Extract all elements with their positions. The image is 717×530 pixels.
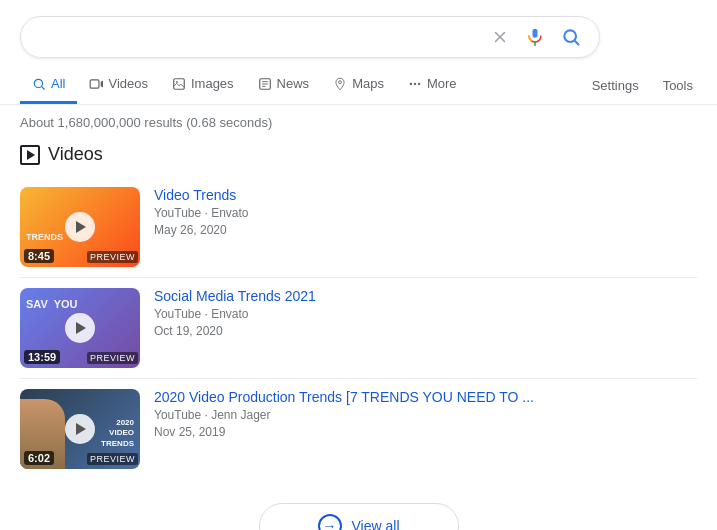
arrow-icon: → [318, 514, 342, 530]
image-tab-icon [172, 77, 186, 91]
svg-rect-6 [91, 79, 100, 87]
video-title-3[interactable]: 2020 Video Production Trends [7 TRENDS Y… [154, 389, 534, 405]
close-icon [491, 28, 509, 46]
video-source-3: YouTube · Jenn Jager [154, 408, 534, 422]
video-item: Trends 8:45 PREVIEW Video Trends YouTube… [20, 177, 697, 278]
tab-news[interactable]: News [246, 66, 322, 104]
video-item: 2020VIDEOTRENDS 6:02 PREVIEW 2020 Video … [20, 379, 697, 479]
thumb-label-3: 2020VIDEOTRENDS [101, 418, 134, 449]
tab-videos[interactable]: Videos [77, 66, 160, 104]
view-all-container: → View all [0, 487, 717, 530]
play-circle-icon [65, 212, 95, 242]
videos-section: Videos Trends 8:45 PREVIEW Video Trends … [0, 136, 717, 487]
tab-all[interactable]: All [20, 66, 77, 104]
voice-search-button[interactable] [523, 25, 547, 49]
results-summary: About 1,680,000,000 results (0.68 second… [0, 105, 717, 136]
map-tab-icon [333, 77, 347, 91]
tools-link[interactable]: Tools [659, 68, 697, 103]
news-tab-icon [258, 77, 272, 91]
videos-header: Videos [20, 144, 697, 165]
search-button[interactable] [559, 25, 583, 49]
video-source-2: YouTube · Envato [154, 307, 316, 321]
preview-badge-3: PREVIEW [87, 453, 138, 465]
video-info-2: Social Media Trends 2021 YouTube · Envat… [154, 288, 316, 368]
microphone-icon [525, 27, 545, 47]
svg-line-5 [42, 86, 45, 89]
tab-images[interactable]: Images [160, 66, 246, 104]
clear-button[interactable] [489, 26, 511, 48]
svg-marker-7 [101, 80, 103, 87]
settings-link[interactable]: Settings [588, 68, 643, 103]
search-input[interactable]: video trends [37, 28, 489, 46]
search-tab-icon [32, 77, 46, 91]
video-thumbnail-2[interactable]: SAV YOU 13:59 PREVIEW [20, 288, 140, 368]
nav-right: Settings Tools [588, 68, 697, 103]
video-title-1[interactable]: Video Trends [154, 187, 249, 203]
video-date-2: Oct 19, 2020 [154, 324, 316, 338]
thumb-label-2: SAV YOU [26, 298, 78, 311]
svg-point-14 [339, 80, 342, 83]
duration-badge-3: 6:02 [24, 451, 54, 465]
search-icon [561, 27, 581, 47]
duration-badge-2: 13:59 [24, 350, 60, 364]
tab-more[interactable]: More [396, 66, 469, 104]
play-tri-icon [76, 322, 86, 334]
play-circle-icon [65, 313, 95, 343]
video-info-1: Video Trends YouTube · Envato May 26, 20… [154, 187, 249, 267]
search-bar-icons [489, 25, 583, 49]
play-triangle-icon [27, 150, 35, 160]
duration-badge-1: 8:45 [24, 249, 54, 263]
svg-point-15 [410, 82, 412, 84]
video-date-1: May 26, 2020 [154, 223, 249, 237]
preview-badge-1: PREVIEW [87, 251, 138, 263]
video-info-3: 2020 Video Production Trends [7 TRENDS Y… [154, 389, 534, 469]
svg-point-17 [418, 82, 420, 84]
video-thumbnail-3[interactable]: 2020VIDEOTRENDS 6:02 PREVIEW [20, 389, 140, 469]
thumb-label-1: Trends [26, 232, 63, 243]
video-date-3: Nov 25, 2019 [154, 425, 534, 439]
preview-badge-2: PREVIEW [87, 352, 138, 364]
more-tab-icon [408, 77, 422, 91]
view-all-button[interactable]: → View all [259, 503, 459, 530]
video-title-2[interactable]: Social Media Trends 2021 [154, 288, 316, 304]
nav-tabs: All Videos Images News Maps [0, 58, 717, 105]
video-source-1: YouTube · Envato [154, 206, 249, 220]
svg-point-9 [176, 81, 178, 83]
search-bar-container: video trends [0, 0, 717, 58]
tab-maps[interactable]: Maps [321, 66, 396, 104]
svg-rect-8 [174, 78, 185, 89]
play-tri-icon [76, 423, 86, 435]
search-bar: video trends [20, 16, 600, 58]
video-thumbnail-1[interactable]: Trends 8:45 PREVIEW [20, 187, 140, 267]
play-icon-box [20, 145, 40, 165]
play-tri-icon [76, 221, 86, 233]
svg-line-3 [575, 41, 579, 45]
svg-point-16 [414, 82, 416, 84]
play-circle-icon [65, 414, 95, 444]
video-tab-icon [89, 77, 103, 91]
svg-rect-0 [533, 29, 538, 38]
video-item: SAV YOU 13:59 PREVIEW Social Media Trend… [20, 278, 697, 379]
